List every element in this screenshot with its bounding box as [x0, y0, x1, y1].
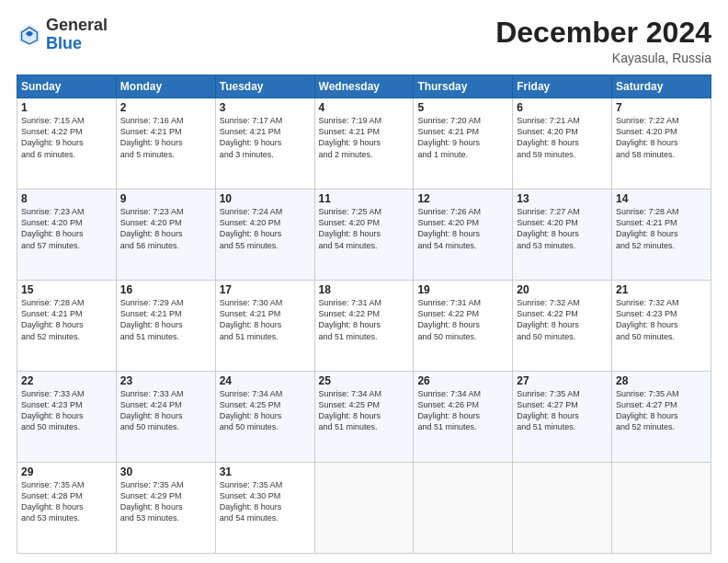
cell-info: Sunrise: 7:20 AMSunset: 4:21 PMDaylight:…: [417, 115, 508, 160]
calendar-cell: 3Sunrise: 7:17 AMSunset: 4:21 PMDaylight…: [215, 98, 314, 190]
day-number: 30: [120, 465, 211, 478]
calendar-cell: 11Sunrise: 7:25 AMSunset: 4:20 PMDayligh…: [314, 190, 414, 281]
calendar-header-row: Sunday Monday Tuesday Wednesday Thursday…: [17, 75, 711, 98]
calendar-cell: 6Sunrise: 7:21 AMSunset: 4:20 PMDaylight…: [513, 98, 612, 190]
cell-info: Sunrise: 7:17 AMSunset: 4:21 PMDaylight:…: [220, 115, 311, 160]
day-number: 25: [319, 374, 410, 387]
header: General Blue December 2024 Kayasula, Rus…: [17, 17, 711, 65]
calendar-week-2: 8Sunrise: 7:23 AMSunset: 4:20 PMDaylight…: [17, 190, 711, 281]
cell-info: Sunrise: 7:32 AMSunset: 4:23 PMDaylight:…: [616, 297, 707, 342]
calendar-cell: 29Sunrise: 7:35 AMSunset: 4:28 PMDayligh…: [17, 463, 117, 554]
calendar-cell: 30Sunrise: 7:35 AMSunset: 4:29 PMDayligh…: [116, 463, 215, 554]
day-number: 22: [21, 374, 112, 387]
calendar-cell: 26Sunrise: 7:34 AMSunset: 4:26 PMDayligh…: [414, 372, 513, 463]
calendar-cell: 15Sunrise: 7:28 AMSunset: 4:21 PMDayligh…: [17, 281, 117, 372]
calendar-cell: 22Sunrise: 7:33 AMSunset: 4:23 PMDayligh…: [17, 372, 117, 463]
cell-info: Sunrise: 7:26 AMSunset: 4:20 PMDaylight:…: [417, 206, 508, 251]
cell-info: Sunrise: 7:29 AMSunset: 4:21 PMDaylight:…: [120, 297, 211, 342]
month-title: December 2024: [495, 17, 711, 49]
day-number: 29: [21, 465, 112, 478]
calendar-cell: 17Sunrise: 7:30 AMSunset: 4:21 PMDayligh…: [215, 281, 314, 372]
calendar-cell: 8Sunrise: 7:23 AMSunset: 4:20 PMDaylight…: [17, 190, 117, 281]
day-number: 3: [220, 101, 311, 114]
logo-icon: [17, 22, 42, 48]
calendar-table: Sunday Monday Tuesday Wednesday Thursday…: [17, 75, 711, 554]
day-number: 15: [21, 283, 112, 296]
day-number: 18: [319, 283, 410, 296]
logo-text: General Blue: [46, 17, 108, 53]
day-number: 26: [417, 374, 508, 387]
day-number: 10: [220, 192, 311, 205]
cell-info: Sunrise: 7:25 AMSunset: 4:20 PMDaylight:…: [319, 206, 410, 251]
logo-blue: Blue: [46, 34, 82, 52]
cell-info: Sunrise: 7:33 AMSunset: 4:24 PMDaylight:…: [120, 388, 211, 433]
cell-info: Sunrise: 7:28 AMSunset: 4:21 PMDaylight:…: [21, 297, 112, 342]
cell-info: Sunrise: 7:22 AMSunset: 4:20 PMDaylight:…: [616, 115, 707, 160]
calendar-cell: 1Sunrise: 7:15 AMSunset: 4:22 PMDaylight…: [17, 98, 117, 190]
day-number: 6: [517, 101, 608, 114]
day-number: 9: [120, 192, 211, 205]
col-tuesday: Tuesday: [215, 75, 314, 98]
calendar-week-3: 15Sunrise: 7:28 AMSunset: 4:21 PMDayligh…: [17, 281, 711, 372]
cell-info: Sunrise: 7:31 AMSunset: 4:22 PMDaylight:…: [319, 297, 410, 342]
cell-info: Sunrise: 7:35 AMSunset: 4:29 PMDaylight:…: [120, 479, 211, 524]
calendar-cell: 12Sunrise: 7:26 AMSunset: 4:20 PMDayligh…: [414, 190, 513, 281]
cell-info: Sunrise: 7:34 AMSunset: 4:25 PMDaylight:…: [319, 388, 410, 433]
cell-info: Sunrise: 7:21 AMSunset: 4:20 PMDaylight:…: [517, 115, 608, 160]
day-number: 20: [517, 283, 608, 296]
day-number: 11: [319, 192, 410, 205]
calendar-cell: [314, 463, 414, 554]
day-number: 13: [517, 192, 608, 205]
day-number: 17: [220, 283, 311, 296]
day-number: 19: [417, 283, 508, 296]
calendar-cell: 7Sunrise: 7:22 AMSunset: 4:20 PMDaylight…: [612, 98, 711, 190]
calendar-cell: 19Sunrise: 7:31 AMSunset: 4:22 PMDayligh…: [414, 281, 513, 372]
cell-info: Sunrise: 7:30 AMSunset: 4:21 PMDaylight:…: [220, 297, 311, 342]
day-number: 8: [21, 192, 112, 205]
calendar-cell: 20Sunrise: 7:32 AMSunset: 4:22 PMDayligh…: [513, 281, 612, 372]
page: General Blue December 2024 Kayasula, Rus…: [0, 0, 728, 563]
calendar-cell: 28Sunrise: 7:35 AMSunset: 4:27 PMDayligh…: [612, 372, 711, 463]
logo: General Blue: [17, 17, 108, 53]
cell-info: Sunrise: 7:35 AMSunset: 4:28 PMDaylight:…: [21, 479, 112, 524]
day-number: 31: [220, 465, 311, 478]
calendar-cell: 5Sunrise: 7:20 AMSunset: 4:21 PMDaylight…: [414, 98, 513, 190]
day-number: 2: [120, 101, 211, 114]
calendar-cell: 14Sunrise: 7:28 AMSunset: 4:21 PMDayligh…: [612, 190, 711, 281]
cell-info: Sunrise: 7:15 AMSunset: 4:22 PMDaylight:…: [21, 115, 112, 160]
cell-info: Sunrise: 7:31 AMSunset: 4:22 PMDaylight:…: [417, 297, 508, 342]
calendar-cell: 21Sunrise: 7:32 AMSunset: 4:23 PMDayligh…: [612, 281, 711, 372]
day-number: 5: [417, 101, 508, 114]
day-number: 12: [417, 192, 508, 205]
col-saturday: Saturday: [612, 75, 711, 98]
calendar-cell: 25Sunrise: 7:34 AMSunset: 4:25 PMDayligh…: [314, 372, 414, 463]
col-wednesday: Wednesday: [314, 75, 414, 98]
location: Kayasula, Russia: [495, 51, 711, 65]
day-number: 1: [21, 101, 112, 114]
calendar-cell: [414, 463, 513, 554]
calendar-cell: 4Sunrise: 7:19 AMSunset: 4:21 PMDaylight…: [314, 98, 414, 190]
cell-info: Sunrise: 7:23 AMSunset: 4:20 PMDaylight:…: [120, 206, 211, 251]
cell-info: Sunrise: 7:34 AMSunset: 4:25 PMDaylight:…: [220, 388, 311, 433]
day-number: 24: [220, 374, 311, 387]
day-number: 27: [517, 374, 608, 387]
cell-info: Sunrise: 7:35 AMSunset: 4:27 PMDaylight:…: [517, 388, 608, 433]
cell-info: Sunrise: 7:35 AMSunset: 4:30 PMDaylight:…: [220, 479, 311, 524]
cell-info: Sunrise: 7:27 AMSunset: 4:20 PMDaylight:…: [517, 206, 608, 251]
cell-info: Sunrise: 7:34 AMSunset: 4:26 PMDaylight:…: [417, 388, 508, 433]
title-block: December 2024 Kayasula, Russia: [495, 17, 711, 65]
col-thursday: Thursday: [414, 75, 513, 98]
day-number: 21: [616, 283, 707, 296]
calendar-cell: 31Sunrise: 7:35 AMSunset: 4:30 PMDayligh…: [215, 463, 314, 554]
cell-info: Sunrise: 7:33 AMSunset: 4:23 PMDaylight:…: [21, 388, 112, 433]
cell-info: Sunrise: 7:35 AMSunset: 4:27 PMDaylight:…: [616, 388, 707, 433]
cell-info: Sunrise: 7:19 AMSunset: 4:21 PMDaylight:…: [319, 115, 410, 160]
logo-general: General: [46, 16, 108, 34]
cell-info: Sunrise: 7:23 AMSunset: 4:20 PMDaylight:…: [21, 206, 112, 251]
cell-info: Sunrise: 7:16 AMSunset: 4:21 PMDaylight:…: [120, 115, 211, 160]
calendar-cell: 13Sunrise: 7:27 AMSunset: 4:20 PMDayligh…: [513, 190, 612, 281]
calendar-week-1: 1Sunrise: 7:15 AMSunset: 4:22 PMDaylight…: [17, 98, 711, 190]
cell-info: Sunrise: 7:28 AMSunset: 4:21 PMDaylight:…: [616, 206, 707, 251]
calendar-cell: 18Sunrise: 7:31 AMSunset: 4:22 PMDayligh…: [314, 281, 414, 372]
calendar-cell: [513, 463, 612, 554]
